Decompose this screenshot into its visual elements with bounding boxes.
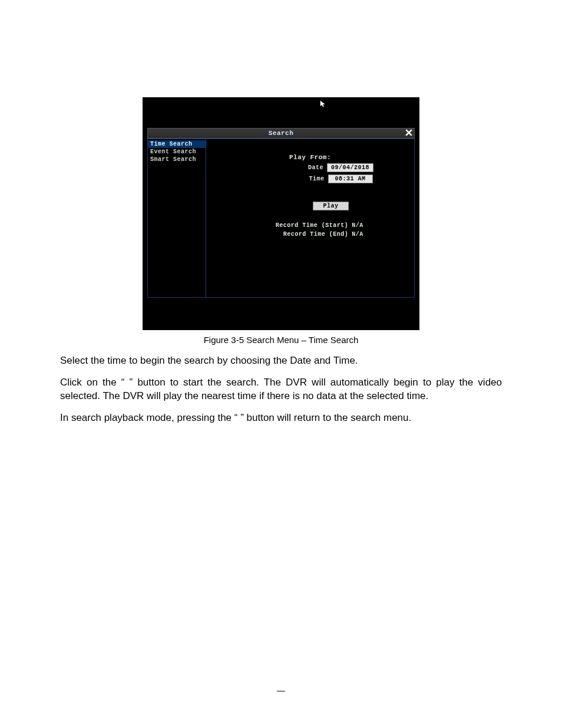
search-content-pane: Play From: Date 09/04/2018 Time 08:31 AM… (206, 139, 415, 298)
page-number: — (0, 686, 562, 695)
window-client-area: Time Search Event Search Smart Search Pl… (147, 139, 415, 298)
date-label: Date (247, 164, 323, 171)
play-row: Play (272, 202, 348, 209)
window-titlebar: Search (147, 128, 415, 139)
time-label: Time (248, 176, 325, 182)
window-title: Search (269, 130, 294, 137)
time-field[interactable]: 08:31 AM (328, 174, 373, 183)
sidebar-item-time-search[interactable]: Time Search (148, 140, 206, 148)
paragraph-2: Click on the “ ” button to start the sea… (60, 376, 502, 403)
record-start-label: Record Time (Start) (257, 222, 348, 229)
time-row: Time 08:31 AM (248, 174, 373, 183)
play-from-heading: Play From: (289, 154, 331, 161)
play-button[interactable]: Play (313, 202, 348, 210)
sidebar-item-smart-search[interactable]: Smart Search (148, 156, 206, 163)
close-icon[interactable] (405, 129, 413, 137)
record-start-row: Record Time (Start) N/A (257, 222, 363, 229)
search-type-sidebar: Time Search Event Search Smart Search (147, 139, 206, 298)
record-start-value: N/A (352, 222, 363, 229)
document-body: Select the time to begin the search by c… (0, 354, 562, 425)
mouse-cursor-icon (319, 100, 328, 108)
record-end-value: N/A (352, 231, 363, 238)
date-field[interactable]: 09/04/2018 (327, 163, 373, 172)
figure-caption: Figure 3-5 Search Menu – Time Search (0, 335, 562, 345)
dvr-screenshot: Search Time Search Event Search Smart Se… (143, 97, 419, 330)
date-row: Date 09/04/2018 (247, 163, 373, 172)
record-end-label: Record Time (End) (257, 231, 348, 238)
paragraph-3: In search playback mode, pressing the “ … (60, 411, 502, 425)
paragraph-1: Select the time to begin the search by c… (60, 354, 502, 368)
record-end-row: Record Time (End) N/A (257, 231, 363, 238)
sidebar-item-event-search[interactable]: Event Search (148, 148, 206, 156)
